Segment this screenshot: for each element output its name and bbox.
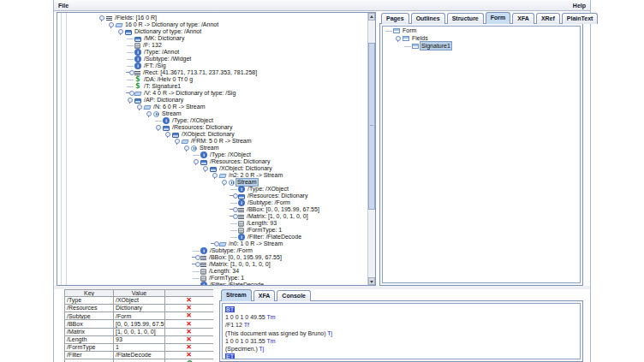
tab-xfa[interactable]: XFA — [253, 290, 276, 301]
collapse-handle-icon[interactable] — [155, 124, 163, 131]
delete-icon[interactable] — [186, 344, 193, 351]
expand-handle-icon[interactable] — [230, 213, 238, 220]
collapse-handle-icon[interactable] — [202, 165, 210, 172]
table-row: /Filter/FlateDecode — [65, 352, 214, 359]
tree-node[interactable]: /Type: /XObject — [57, 186, 367, 193]
tree-node[interactable]: /Fields: [16 0 R] — [57, 15, 367, 21]
reference-icon — [218, 174, 226, 178]
value-cell: 1 — [114, 343, 165, 351]
collapse-handle-icon[interactable] — [221, 179, 229, 186]
tree-node[interactable]: /n2: 2 0 R -> Stream — [57, 172, 367, 179]
operator-token: Tf — [244, 322, 249, 328]
expand-handle-icon[interactable] — [193, 254, 200, 261]
collapse-handle-icon[interactable] — [164, 131, 172, 138]
tab-pages[interactable]: Pages — [381, 13, 409, 24]
tree-node[interactable]: /Subtype: /Form — [57, 247, 367, 254]
tree-node[interactable]: /Filter: /FlateDecode — [57, 282, 367, 285]
tree-node[interactable]: /Matrix: [1, 0, 0, 1, 0, 0] — [57, 213, 367, 220]
tree-node[interactable]: /Subtype: /Widget — [57, 56, 367, 62]
tree-node[interactable]: Fields — [383, 34, 580, 42]
tree-node[interactable]: /N: 6 0 R -> Stream — [57, 104, 367, 110]
menu-help[interactable]: Help — [573, 3, 586, 9]
tree-node[interactable]: /FRM: 5 0 R -> Stream — [57, 138, 367, 145]
collapse-handle-icon[interactable] — [395, 35, 402, 42]
stream-line: ET — [225, 353, 580, 359]
tab-structure[interactable]: Structure — [447, 13, 484, 24]
delete-icon[interactable] — [186, 305, 193, 312]
tree-node[interactable]: Signature1 — [383, 42, 580, 50]
tab-xfa[interactable]: XFA — [512, 13, 534, 24]
tree-node[interactable]: /BBox: [0, 0, 195.99, 67.55] — [57, 206, 367, 213]
tree-node[interactable]: /Type: /Annot — [57, 49, 367, 56]
dictionary-icon — [238, 194, 245, 199]
tree-node[interactable]: Stream — [57, 145, 367, 151]
tree-node[interactable]: /Resources: Dictionary — [57, 193, 367, 199]
collapse-handle-icon[interactable] — [127, 97, 134, 104]
tree-node[interactable]: /MK: Dictionary — [57, 35, 367, 42]
tree-node[interactable]: 16 0 R -> Dictionary of type: /Annot — [57, 21, 367, 28]
tree-node[interactable]: /Matrix: [1, 0, 0, 1, 0, 0] — [57, 261, 367, 268]
tree-node-label: /Subtype: /Widget — [143, 56, 192, 62]
tree-node[interactable]: Form — [383, 27, 580, 34]
tree-vertical-scrollbar[interactable] — [367, 13, 375, 285]
stream-content: BT1 0 0 1 0 49.55 Tm/F1 12 Tf(This docum… — [223, 304, 580, 359]
tree-node[interactable]: /Rect: [41.3671, 713.71, 237.353, 781.25… — [57, 69, 367, 76]
delete-icon[interactable] — [186, 321, 193, 328]
tree-node[interactable]: /AP: Dictionary — [57, 97, 367, 104]
tab-plaintext[interactable]: PlainText — [562, 13, 599, 24]
delete-icon[interactable] — [186, 329, 193, 335]
value-cell: /FlateDecode — [114, 352, 165, 359]
stream-text-area[interactable]: BT1 0 0 1 0 49.55 Tm/F1 12 Tf(This docum… — [222, 303, 581, 359]
key-cell: /FormType — [65, 343, 114, 351]
collapse-handle-icon[interactable] — [98, 15, 106, 21]
expand-handle-icon[interactable] — [230, 193, 238, 199]
collapse-handle-icon[interactable] — [193, 158, 200, 165]
connector-stub — [193, 247, 200, 254]
tree-node[interactable]: Stream — [57, 179, 367, 186]
tree-node[interactable]: /Type: /XObject — [57, 151, 367, 158]
delete-icon[interactable] — [186, 297, 193, 304]
menu-file[interactable]: File — [58, 3, 69, 9]
expand-handle-icon[interactable] — [127, 69, 134, 76]
stream-line: /F1 12 Tf — [225, 321, 580, 329]
tree-node[interactable]: /Subtype: /Form — [57, 199, 367, 206]
tree-node[interactable]: /BBox: [0, 0, 195.99, 67.55] — [57, 254, 367, 261]
tree-node[interactable]: /V: 4 0 R -> Dictionary of type: /Sig — [57, 90, 367, 97]
tree-node[interactable]: /n0: 1 0 R -> Stream — [57, 240, 367, 247]
tree-node[interactable]: /DA: /Helv 0 Tf 0 g — [57, 76, 367, 83]
expand-handle-icon[interactable] — [230, 206, 238, 213]
tree-node[interactable]: /Resources: Dictionary — [57, 124, 367, 131]
tree-node[interactable]: /FT: /Sig — [57, 62, 367, 69]
tree-node[interactable]: /XObject: Dictionary — [57, 165, 367, 172]
tree-node[interactable]: /Length: 34 — [57, 268, 367, 275]
scroll-down-button[interactable] — [368, 277, 375, 285]
tree-node[interactable]: Dictionary of type: /Annot — [57, 28, 367, 35]
collapse-handle-icon[interactable] — [146, 110, 153, 117]
tree-node[interactable]: /Length: 93 — [57, 220, 367, 227]
collapse-handle-icon[interactable] — [183, 145, 191, 151]
tree-node-label: /Type: /Annot — [143, 49, 180, 56]
tree-node[interactable]: /Type: /XObject — [57, 117, 367, 124]
expand-handle-icon[interactable] — [193, 261, 200, 268]
tree-node[interactable]: Stream — [57, 110, 367, 117]
scrollbar-thumb[interactable] — [368, 43, 375, 210]
tab-stream[interactable]: Stream — [221, 289, 252, 301]
tree-node[interactable]: /Resources: Dictionary — [57, 158, 367, 165]
tree-node[interactable]: /FormType: 1 — [57, 227, 367, 234]
tree-node[interactable]: /T: Signature1 — [57, 83, 367, 90]
tree-node[interactable]: /FormType: 1 — [57, 275, 367, 282]
delete-icon[interactable] — [186, 312, 193, 319]
delete-icon[interactable] — [186, 336, 193, 343]
tab-form[interactable]: Form — [486, 12, 511, 24]
tree-node[interactable]: /Filter: /FlateDecode — [57, 234, 367, 240]
scroll-up-button[interactable] — [368, 13, 375, 21]
connector-stub — [155, 117, 163, 124]
tree-node[interactable]: /F: 132 — [57, 42, 367, 49]
delete-icon[interactable] — [186, 352, 193, 359]
tab-outlines[interactable]: Outlines — [411, 13, 445, 24]
tree-node[interactable]: /XObject: Dictionary — [57, 131, 367, 138]
tab-xref[interactable]: XRef — [536, 13, 560, 24]
collapse-handle-icon[interactable] — [117, 28, 125, 35]
tab-console[interactable]: Console — [277, 290, 311, 301]
stream-text: 1 0 0 1 0 31.55 — [225, 338, 267, 344]
